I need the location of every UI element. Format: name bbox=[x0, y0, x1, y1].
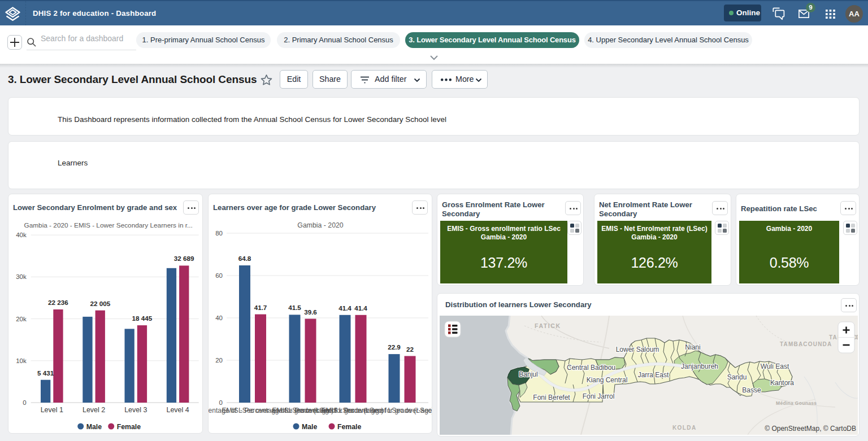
svg-text:10k: 10k bbox=[16, 357, 27, 364]
svg-text:Médina Gounass: Médina Gounass bbox=[776, 400, 817, 406]
svg-text:Janjanbureh: Janjanbureh bbox=[681, 363, 718, 370]
svg-text:Basse: Basse bbox=[742, 386, 761, 394]
svg-text:22: 22 bbox=[406, 346, 414, 353]
svg-text:Female: Female bbox=[117, 423, 141, 431]
svg-text:40: 40 bbox=[215, 315, 223, 321]
svg-text:Kantora: Kantora bbox=[770, 379, 794, 387]
svg-text:C: C bbox=[856, 334, 858, 340]
svg-text:Central Badibou: Central Badibou bbox=[567, 364, 615, 372]
svg-text:41.7: 41.7 bbox=[254, 304, 267, 311]
svg-text:Foni Jarrol: Foni Jarrol bbox=[583, 392, 615, 400]
svg-text:Gambia - 2020: Gambia - 2020 bbox=[297, 221, 344, 229]
svg-text:18 445: 18 445 bbox=[132, 315, 153, 322]
svg-text:Male: Male bbox=[302, 423, 317, 431]
svg-text:Niani: Niani bbox=[685, 343, 700, 351]
svg-text:80: 80 bbox=[215, 230, 223, 237]
svg-text:60: 60 bbox=[215, 272, 223, 279]
svg-text:22 236: 22 236 bbox=[48, 299, 68, 306]
svg-text:40k: 40k bbox=[16, 232, 27, 238]
svg-text:KOLDA: KOLDA bbox=[672, 425, 697, 431]
svg-text:0: 0 bbox=[219, 399, 223, 406]
svg-text:Male: Male bbox=[86, 423, 102, 431]
svg-text:Jarra East: Jarra East bbox=[638, 371, 669, 379]
svg-text:20k: 20k bbox=[16, 316, 27, 322]
svg-text:41.4: 41.4 bbox=[354, 304, 367, 312]
svg-text:Kiang Central: Kiang Central bbox=[587, 376, 628, 384]
svg-text:Lower Saloum: Lower Saloum bbox=[616, 346, 659, 353]
svg-text:22.9: 22.9 bbox=[388, 343, 401, 351]
svg-text:41.5: 41.5 bbox=[288, 304, 301, 311]
svg-text:30k: 30k bbox=[16, 273, 27, 280]
svg-text:39.6: 39.6 bbox=[304, 308, 317, 316]
svg-text:© OpenStreetMap, © CartoDB: © OpenStreetMap, © CartoDB bbox=[765, 425, 856, 433]
svg-text:64.8: 64.8 bbox=[238, 255, 251, 262]
svg-text:41.4: 41.4 bbox=[338, 304, 351, 312]
svg-text:0: 0 bbox=[23, 399, 26, 406]
svg-text:Level 3: Level 3 bbox=[124, 406, 147, 414]
svg-text:Foni Berefet: Foni Berefet bbox=[533, 394, 570, 401]
svg-text:Level 1: Level 1 bbox=[41, 406, 63, 414]
svg-text:FATICK: FATICK bbox=[535, 322, 561, 329]
svg-text:Wuli East: Wuli East bbox=[761, 363, 789, 370]
svg-text:Gambia - 2020 - EMIS - Lower S: Gambia - 2020 - EMIS - Lower Secondary L… bbox=[24, 221, 193, 229]
svg-text:32 689: 32 689 bbox=[174, 255, 194, 262]
svg-text:5 431: 5 431 bbox=[37, 369, 54, 377]
svg-text:Level 2: Level 2 bbox=[83, 406, 105, 414]
svg-text:Sandu: Sandu bbox=[727, 373, 747, 381]
svg-text:Banjul: Banjul bbox=[519, 370, 537, 378]
svg-text:EMIS - Percentage of LSec over: EMIS - Percentage of LSec over-age for g… bbox=[321, 407, 432, 414]
svg-text:Female: Female bbox=[337, 423, 362, 431]
svg-text:20: 20 bbox=[215, 357, 223, 364]
svg-text:22 005: 22 005 bbox=[90, 300, 110, 307]
svg-text:Level 4: Level 4 bbox=[166, 406, 189, 414]
svg-text:TAMBACOUNDA: TAMBACOUNDA bbox=[780, 341, 832, 347]
